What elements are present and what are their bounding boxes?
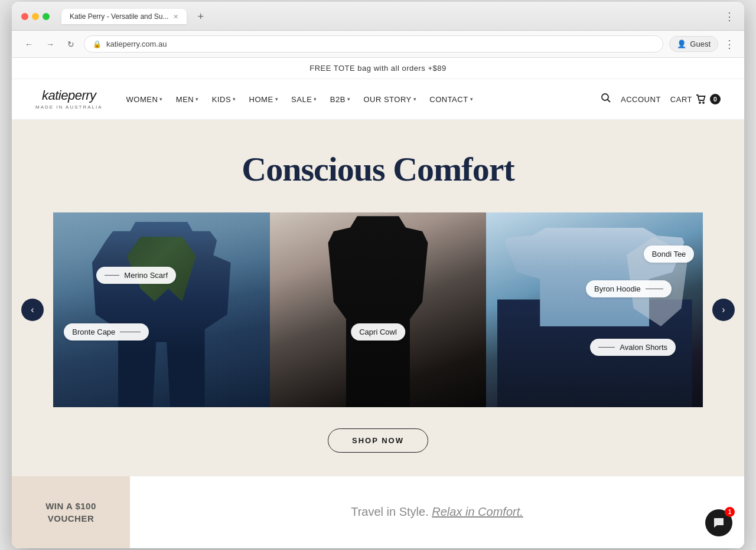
bronte-cape-label[interactable]: Bronte Cape <box>64 323 149 341</box>
minimize-dot[interactable] <box>32 13 39 20</box>
slide-panel-right: Byron Hoodie Bondi Tee Avalon Shorts <box>486 212 703 407</box>
bronte-cape-text: Bronte Cape <box>72 328 115 336</box>
tab-title: Katie Perry - Versatile and Su... <box>70 12 168 21</box>
lock-icon: 🔒 <box>93 40 102 48</box>
slideshow: ‹ Bronte Cape <box>12 212 744 407</box>
bondi-tee-text: Bondi Tee <box>652 250 686 258</box>
tab-close-icon[interactable]: ✕ <box>173 13 178 21</box>
bondi-tee-label[interactable]: Bondi Tee <box>644 245 695 263</box>
hero-title: Conscious Comfort <box>12 149 744 189</box>
capri-cowl-text: Capri Cowl <box>359 328 397 336</box>
account-label: ACCOUNT <box>621 95 661 104</box>
avalon-shorts-label[interactable]: Avalon Shorts <box>590 339 676 356</box>
promo-banner: FREE TOTE bag with all orders +$89 <box>12 58 744 79</box>
profile-button[interactable]: 👤 Guest <box>669 36 718 52</box>
prev-slide-button[interactable]: ‹ <box>21 299 44 321</box>
nav-contact[interactable]: CONTACT ▾ <box>429 95 473 104</box>
chat-icon <box>712 516 725 529</box>
browser-more-icon[interactable]: ⋮ <box>724 10 735 23</box>
byron-hoodie-label[interactable]: Byron Hoodie <box>586 280 672 297</box>
shop-now-button[interactable]: SHOP NOW <box>328 428 428 453</box>
capri-cowl-label[interactable]: Capri Cowl <box>351 323 405 341</box>
label-line <box>120 332 141 332</box>
bottom-sections: WIN A $100 VOUCHER Travel in Style. Rela… <box>12 476 744 548</box>
nav-actions: ACCOUNT CART 0 <box>601 93 721 106</box>
profile-label: Guest <box>690 40 711 48</box>
chevron-down-icon: ▾ <box>195 96 199 102</box>
cart-icon <box>696 94 706 104</box>
next-slide-button[interactable]: › <box>712 299 735 321</box>
chevron-down-icon: ▾ <box>275 96 279 102</box>
forward-button[interactable]: → <box>43 37 58 51</box>
browser-titlebar: Katie Perry - Versatile and Su... ✕ + ⋮ <box>12 2 744 31</box>
nav-men[interactable]: MEN ▾ <box>176 95 199 104</box>
browser-menu-icon[interactable]: ⋮ <box>724 38 735 51</box>
site-logo[interactable]: katieperry MADE IN AUSTRALIA <box>35 89 103 109</box>
chat-button[interactable]: 1 <box>705 509 732 536</box>
merino-scarf-label[interactable]: Merino Scarf <box>96 267 176 284</box>
banner-text: FREE TOTE bag with all orders +$89 <box>309 64 446 73</box>
maximize-dot[interactable] <box>43 13 50 20</box>
cart-link[interactable]: CART 0 <box>670 94 721 104</box>
chevron-down-icon: ▾ <box>413 96 417 102</box>
shop-now-wrapper: SHOP NOW <box>12 428 744 453</box>
svg-point-2 <box>699 102 700 103</box>
nav-home[interactable]: HOME ▾ <box>249 95 279 104</box>
nav-sale[interactable]: SALE ▾ <box>291 95 317 104</box>
cart-label: CART <box>670 95 692 104</box>
svg-point-0 <box>602 94 608 100</box>
new-tab-button[interactable]: + <box>197 11 204 23</box>
browser-traffic-lights <box>21 13 50 20</box>
nav-links: WOMEN ▾ MEN ▾ KIDS ▾ HOME ▾ SALE ▾ <box>126 95 601 104</box>
slide-panel-left: Bronte Cape Merino Scarf <box>53 212 270 407</box>
active-tab[interactable]: Katie Perry - Versatile and Su... ✕ <box>61 9 187 24</box>
logo-sub: MADE IN AUSTRALIA <box>35 104 103 110</box>
label-line <box>598 347 615 348</box>
close-dot[interactable] <box>21 13 28 20</box>
tagline-section: Travel in Style. Relax in Comfort. <box>130 476 744 548</box>
chat-badge: 1 <box>725 507 735 517</box>
address-bar[interactable]: 🔒 katieperry.com.au <box>84 35 663 53</box>
slide-panel-middle: Capri Cowl <box>270 212 487 407</box>
chevron-down-icon: ▾ <box>347 96 351 102</box>
hero-section: Conscious Comfort ‹ <box>12 120 744 476</box>
nav-b2b[interactable]: B2B ▾ <box>330 95 351 104</box>
chevron-down-icon: ▾ <box>470 96 474 102</box>
slide-panels: Bronte Cape Merino Scarf <box>53 212 703 407</box>
label-line <box>105 275 119 276</box>
nav-our-story[interactable]: OUR STORY ▾ <box>363 95 416 104</box>
url-text: katieperry.com.au <box>106 40 167 48</box>
chevron-down-icon: ▾ <box>159 96 163 102</box>
byron-hoodie-text: Byron Hoodie <box>594 284 641 293</box>
profile-icon: 👤 <box>677 40 686 48</box>
website-content: FREE TOTE bag with all orders +$89 katie… <box>12 58 744 548</box>
logo-text: katieperry <box>42 89 96 103</box>
tagline-text: Travel in Style. Relax in Comfort. <box>351 505 523 519</box>
browser-addressbar: ← → ↻ 🔒 katieperry.com.au 👤 Guest ⋮ <box>12 31 744 58</box>
avalon-shorts-text: Avalon Shorts <box>620 343 667 352</box>
cart-count: 0 <box>710 94 721 104</box>
chevron-down-icon: ▾ <box>233 96 236 102</box>
label-line <box>646 289 663 289</box>
reload-button[interactable]: ↻ <box>64 37 78 51</box>
svg-point-3 <box>703 102 704 103</box>
chevron-down-icon: ▾ <box>314 96 317 102</box>
nav-kids[interactable]: KIDS ▾ <box>212 95 236 104</box>
account-link[interactable]: ACCOUNT <box>621 95 661 104</box>
merino-scarf-text: Merino Scarf <box>124 271 168 280</box>
voucher-text: WIN A $100 VOUCHER <box>45 500 96 525</box>
search-icon[interactable] <box>601 93 611 106</box>
browser-window: Katie Perry - Versatile and Su... ✕ + ⋮ … <box>12 2 744 548</box>
back-button[interactable]: ← <box>21 37 37 51</box>
main-nav: katieperry MADE IN AUSTRALIA WOMEN ▾ MEN… <box>12 79 744 119</box>
nav-women[interactable]: WOMEN ▾ <box>126 95 163 104</box>
svg-line-1 <box>608 100 611 103</box>
voucher-section[interactable]: WIN A $100 VOUCHER <box>12 476 130 548</box>
